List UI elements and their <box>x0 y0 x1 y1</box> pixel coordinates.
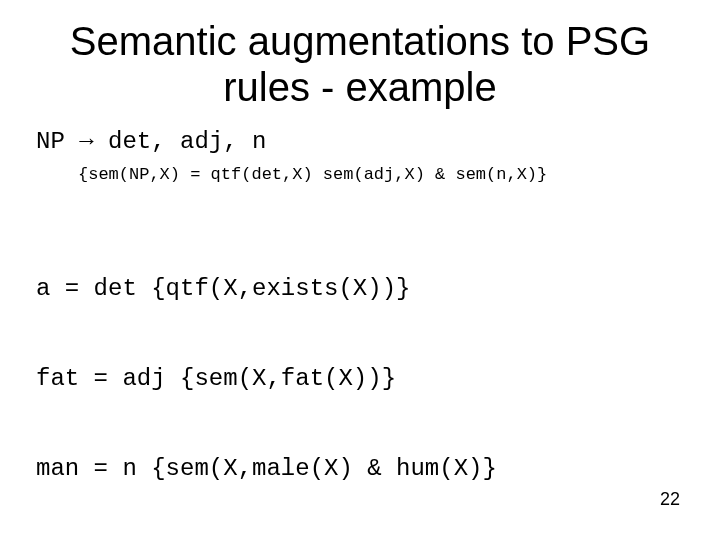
slide: Semantic augmentations to PSG rules - ex… <box>0 0 720 540</box>
lexicon-line: fat = adj {sem(X,fat(X))} <box>36 364 670 394</box>
page-number: 22 <box>660 489 680 510</box>
slide-title: Semantic augmentations to PSG rules - ex… <box>50 18 670 110</box>
lexicon-block: a = det {qtf(X,exists(X))} fat = adj {se… <box>36 214 670 540</box>
lexicon-line: a = det {qtf(X,exists(X))} <box>36 274 670 304</box>
grammar-rule: NP → det, adj, n <box>36 128 670 155</box>
grammar-rule-semantics: {sem(NP,X) = qtf(det,X) sem(adj,X) & sem… <box>78 165 670 184</box>
lexicon-line: man = n {sem(X,male(X) & hum(X)} <box>36 454 670 484</box>
